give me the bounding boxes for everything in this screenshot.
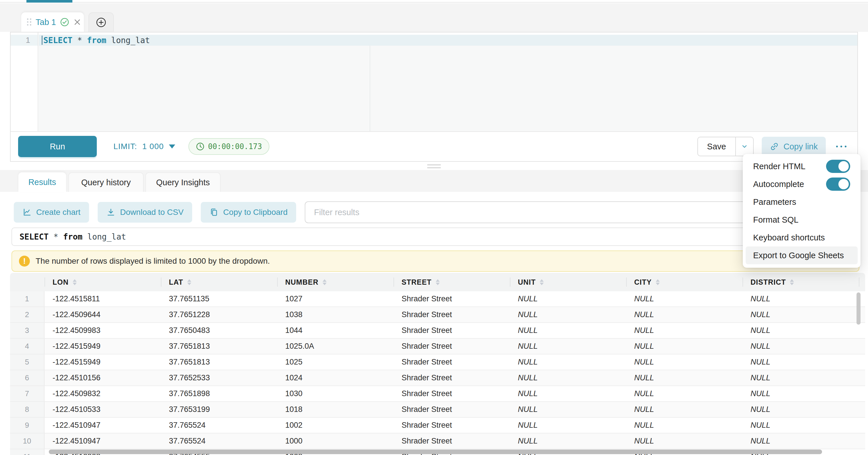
- render-html-toggle[interactable]: [826, 160, 850, 173]
- table-cell-number: 1025.0A: [277, 339, 394, 354]
- table-cell-lat: 37.7651135: [161, 291, 277, 306]
- more-options-button[interactable]: [835, 143, 847, 150]
- table-cell-district: NULL: [742, 402, 859, 417]
- table-cell-re: [859, 339, 865, 354]
- row-number: 5: [10, 355, 44, 370]
- table-cell-street: Shrader Street: [394, 433, 510, 449]
- table-cell-district: NULL: [742, 433, 859, 449]
- table-row: 10-122.451094737.7655241000Shrader Stree…: [10, 433, 865, 449]
- table-cell-re: [859, 402, 865, 417]
- table-cell-district: NULL: [742, 418, 859, 433]
- table-cell-unit: NULL: [510, 307, 626, 322]
- horizontal-scrollbar[interactable]: [49, 450, 822, 454]
- table-cell-unit: NULL: [510, 402, 626, 417]
- table-cell-unit: NULL: [510, 370, 626, 386]
- caret-down-icon: [169, 145, 175, 149]
- sort-icon[interactable]: [322, 279, 327, 285]
- top-strip: [0, 0, 868, 3]
- table-cell-lat: 37.765524: [161, 433, 277, 449]
- pane-resize-handle[interactable]: [427, 164, 441, 168]
- sort-icon[interactable]: [187, 279, 191, 285]
- column-header-district[interactable]: DISTRICT: [742, 273, 859, 291]
- row-number-header: [10, 273, 44, 291]
- table-cell-re: [859, 323, 865, 338]
- table-cell-district: NULL: [742, 370, 859, 386]
- download-csv-button[interactable]: Download to CSV: [98, 202, 192, 223]
- table-body: 1-122.451581137.76511351027Shrader Stree…: [10, 291, 865, 455]
- table-cell-lon: -122.4509644: [44, 307, 161, 322]
- column-header-city[interactable]: CITY: [626, 273, 742, 291]
- table-cell-lon: -122.4510533: [44, 402, 161, 417]
- table-cell-district: NULL: [742, 307, 859, 322]
- table-cell-street: Shrader Street: [394, 323, 510, 338]
- column-header-lat[interactable]: LAT: [161, 273, 277, 291]
- menu-item-render-html[interactable]: Render HTML: [746, 157, 858, 175]
- query-timer-badge: 00:00:00.173: [188, 138, 270, 155]
- row-limit-warning: ! The number of rows displayed is limite…: [11, 250, 859, 272]
- close-tab-icon[interactable]: [73, 18, 81, 26]
- tab-results[interactable]: Results: [19, 172, 66, 192]
- table-cell-unit: NULL: [510, 386, 626, 401]
- table-cell-re: [859, 449, 865, 455]
- editor-code-area[interactable]: SELECT * from long_lat: [39, 32, 857, 131]
- table-row: 9-122.451094737.7655241002Shrader Street…: [10, 418, 865, 433]
- column-header-re[interactable]: RE: [859, 273, 865, 291]
- limit-dropdown[interactable]: LIMIT: 1 000: [114, 142, 175, 151]
- menu-item-parameters[interactable]: Parameters: [746, 193, 858, 211]
- table-cell-district: NULL: [742, 339, 859, 354]
- save-options-button[interactable]: [736, 137, 753, 156]
- tab-query-insights[interactable]: Query Insights: [145, 172, 221, 192]
- active-tab-indicator: [26, 0, 72, 3]
- menu-item-autocomplete[interactable]: Autocomplete: [746, 175, 858, 193]
- row-number: 1: [10, 291, 44, 306]
- table-cell-unit: NULL: [510, 291, 626, 306]
- copy-link-button[interactable]: Copy link: [762, 137, 826, 156]
- text-cursor: [42, 36, 42, 45]
- table-cell-unit: NULL: [510, 418, 626, 433]
- column-header-number[interactable]: NUMBER: [277, 273, 394, 291]
- chevron-down-icon: [741, 143, 748, 150]
- limit-label: LIMIT:: [114, 142, 137, 151]
- table-cell-city: NULL: [626, 355, 742, 370]
- table-cell-number: 1018: [277, 402, 394, 417]
- table-row: 4-122.451594937.76518131025.0AShrader St…: [10, 339, 865, 355]
- column-header-lon[interactable]: LON: [44, 273, 161, 291]
- table-cell-street: Shrader Street: [394, 307, 510, 322]
- row-number: 10: [10, 433, 44, 449]
- autocomplete-toggle[interactable]: [826, 178, 850, 191]
- sort-icon[interactable]: [656, 279, 660, 285]
- table-cell-lat: 37.7650483: [161, 323, 277, 338]
- table-cell-re: [859, 418, 865, 433]
- menu-item-keyboard-shortcuts[interactable]: Keyboard shortcuts: [746, 229, 858, 246]
- add-tab-button[interactable]: [89, 12, 114, 32]
- table-cell-lat: 37.7651898: [161, 386, 277, 401]
- column-header-street[interactable]: STREET: [394, 273, 510, 291]
- sql-editor-panel: 1 SELECT * from long_lat Run LIMIT: 1 00…: [10, 32, 858, 162]
- table-row: 1-122.451581137.76511351027Shrader Stree…: [10, 291, 865, 307]
- sort-icon[interactable]: [436, 279, 440, 285]
- table-row: 3-122.450998337.76504831044Shrader Stree…: [10, 323, 865, 339]
- editor-toolbar: Run LIMIT: 1 000 00:00:00.173 Save: [11, 131, 857, 161]
- table-cell-street: Shrader Street: [394, 370, 510, 386]
- sql-editor[interactable]: 1 SELECT * from long_lat: [11, 32, 857, 131]
- editor-tab-active[interactable]: Tab 1: [21, 12, 84, 32]
- menu-item-format-sql[interactable]: Format SQL: [746, 211, 858, 229]
- run-button[interactable]: Run: [18, 136, 97, 157]
- table-cell-district: NULL: [742, 323, 859, 338]
- table-cell-street: Shrader Street: [394, 402, 510, 417]
- sort-icon[interactable]: [790, 279, 794, 285]
- create-chart-button[interactable]: Create chart: [14, 202, 89, 223]
- drag-handle-icon[interactable]: [27, 19, 32, 26]
- menu-item-export-google-sheets[interactable]: Export to Google Sheets: [746, 246, 858, 264]
- table-cell-street: Shrader Street: [394, 291, 510, 306]
- row-number: 4: [10, 339, 44, 354]
- column-header-unit[interactable]: UNIT: [510, 273, 626, 291]
- sort-icon[interactable]: [540, 279, 544, 285]
- save-button[interactable]: Save: [698, 137, 736, 156]
- tab-query-history[interactable]: Query history: [68, 172, 144, 192]
- sort-icon[interactable]: [73, 279, 77, 285]
- vertical-scrollbar[interactable]: [857, 293, 861, 325]
- table-cell-unit: NULL: [510, 339, 626, 354]
- copy-clipboard-button[interactable]: Copy to Clipboard: [201, 202, 296, 223]
- table-cell-re: [859, 386, 865, 401]
